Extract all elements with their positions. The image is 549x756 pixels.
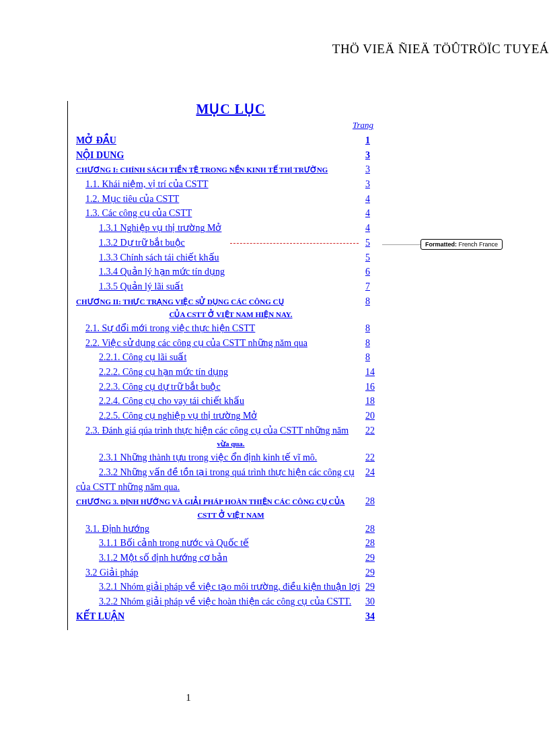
toc-row[interactable]: MỞ ĐẦU1 — [76, 133, 386, 148]
toc-entry-label: 3.1. Định hướng — [85, 522, 361, 537]
toc-entry-page: 30 — [361, 594, 386, 609]
toc-row[interactable]: 1.3.3 Chính sách tái chiết khấu5 — [76, 250, 386, 265]
toc-entry-label: CHƯƠNG 3. ĐỊNH HƯỚNG VÀ GIẢI PHÁP HOÀN T… — [76, 496, 361, 508]
toc-entry-page: 14 — [361, 365, 386, 380]
toc-entry-label: 2.2.2. Công cụ hạn mức tín dụng — [99, 365, 361, 380]
toc-entry-label: MỞ ĐẦU — [76, 133, 361, 148]
toc-entry-label: KẾT LUẬN — [76, 609, 361, 624]
toc-entry-label: NỘI DUNG — [76, 148, 361, 163]
toc-row[interactable]: 3.2.1 Nhóm giải pháp về việc tạo môi trư… — [76, 580, 386, 594]
toc-entry-label: 1.3.3 Chính sách tái chiết khấu — [99, 250, 361, 265]
toc-row[interactable]: NỘI DUNG3 — [76, 148, 386, 163]
toc-entry-page: 28 — [361, 522, 386, 537]
toc-row[interactable]: 2.2. Việc sử dụng các công cụ của CSTT n… — [76, 336, 386, 351]
toc-row[interactable]: 3.1.2 Một số định hướng cơ bản29 — [76, 551, 386, 565]
page-column-label: Trang — [76, 120, 386, 131]
toc-subheading: CỦA CSTT Ở VIỆT NAM HIỆN NAY. — [76, 308, 386, 321]
toc-entry-label: 2.2.4. Công cụ cho vay tái chiết khấu — [99, 394, 361, 409]
balloon-value: French France — [457, 241, 498, 248]
toc-entry-label: 1.3.2 Dự trữ bắt buộc — [99, 236, 227, 250]
toc-entry-page: 8 — [361, 294, 386, 309]
toc-entry-label: 1.3.1 Nghiệp vụ thị trường Mở — [99, 221, 361, 236]
toc-entry-page: 22 — [361, 423, 386, 438]
watermark-header: THÖ VIEÄ ÑIEÄ TÖÛTRÖÏC TUYEÁ — [332, 42, 549, 57]
toc-entry-label: 1.3. Các công cụ của CSTT — [85, 206, 361, 221]
toc-entry-label: 3.1.1 Bối cảnh trong nước và Quốc tế — [99, 536, 361, 551]
toc-entry-page: 16 — [361, 380, 386, 394]
toc-row[interactable]: 2.2.2. Công cụ hạn mức tín dụng14 — [76, 365, 386, 380]
toc-entry-label: 2.2.3. Công cụ dự trữ bắt buộc — [99, 380, 361, 394]
toc-entry-page: 22 — [361, 450, 386, 465]
toc-subheading: CSTT Ở VIỆT NAM — [76, 509, 386, 522]
toc-entry-page: 1 — [361, 133, 386, 148]
toc-entry-label: 3.2.2 Nhóm giải pháp về việc hoàn thiện … — [99, 594, 361, 609]
toc-entry-label: 1.1. Khái niệm, vị trí của CSTT — [85, 177, 361, 192]
toc-entry-label: 2.1. Sự đổi mới trong việc thực hiện CST… — [85, 321, 361, 336]
toc-entry-label: 2.3.2 Những vấn đề tồn tại trong quá trì… — [99, 465, 361, 480]
toc-row[interactable]: 2.3. Đánh giá qúa trình thực hiện các cô… — [76, 423, 386, 438]
toc-entry-page: 29 — [361, 551, 386, 565]
toc-entry-page: 29 — [361, 580, 386, 594]
toc-entry-page: 8 — [361, 321, 386, 336]
toc-entry-page: 28 — [361, 494, 386, 509]
toc-entry-page: 3 — [361, 177, 386, 192]
toc-row[interactable]: CHƯƠNG 3. ĐỊNH HƯỚNG VÀ GIẢI PHÁP HOÀN T… — [76, 494, 386, 509]
toc-entry-page: 8 — [361, 350, 386, 365]
toc-entry-page: 3 — [361, 148, 386, 163]
toc-subheading: vừa qua. — [76, 438, 386, 450]
page-number: 1 — [0, 692, 377, 703]
format-comment-balloon: Formatted: French France — [420, 239, 503, 250]
toc-entry-page: 28 — [361, 536, 386, 551]
toc-row[interactable]: CHƯƠNG II: THỰC TRẠNG VIỆC SỬ DỤNG CÁC C… — [76, 294, 386, 309]
toc-entry-page: 5 — [361, 250, 386, 265]
toc-entry-page: 6 — [361, 265, 386, 279]
toc-container: MỤC LỤC Trang MỞ ĐẦU1NỘI DUNG3CHƯƠNG I: … — [67, 101, 386, 630]
toc-entry-page: 5 — [361, 236, 386, 250]
toc-entry-label: 2.3. Đánh giá qúa trình thực hiện các cô… — [85, 423, 361, 438]
toc-row[interactable]: 3.2 Giải pháp29 — [76, 565, 386, 580]
toc-entry-page: 4 — [361, 206, 386, 221]
toc-row[interactable]: 1.3.1 Nghiệp vụ thị trường Mở4 — [76, 221, 386, 236]
toc-row[interactable]: 1.3.2 Dự trữ bắt buộc5 — [76, 236, 386, 250]
toc-entry-label: 3.2 Giải pháp — [85, 565, 361, 580]
toc-entry-page: 20 — [361, 409, 386, 423]
comment-connector — [382, 244, 421, 246]
toc-entry-label: CHƯƠNG II: THỰC TRẠNG VIỆC SỬ DỤNG CÁC C… — [76, 296, 361, 308]
toc-entry-page: 4 — [361, 221, 386, 236]
toc-entry-page: 3 — [361, 162, 386, 177]
toc-row[interactable]: 1.3.5 Quản lý lãi suất7 — [76, 279, 386, 294]
toc-row[interactable]: 2.3.2 Những vấn đề tồn tại trong quá trì… — [76, 465, 386, 480]
toc-row[interactable]: 1.3.4 Quản lý hạn mức tín dụng6 — [76, 265, 386, 279]
toc-row[interactable]: 2.2.4. Công cụ cho vay tái chiết khấu18 — [76, 394, 386, 409]
toc-row[interactable]: 3.1. Định hướng28 — [76, 522, 386, 537]
toc-entry-label: 2.2. Việc sử dụng các công cụ của CSTT n… — [85, 336, 361, 351]
toc-row[interactable]: 2.2.5. Công cụ nghiệp vụ thị trường Mở20 — [76, 409, 386, 423]
toc-row[interactable]: KẾT LUẬN34 — [76, 609, 386, 624]
toc-row[interactable]: 3.1.1 Bối cảnh trong nước và Quốc tế28 — [76, 536, 386, 551]
toc-row[interactable]: 2.2.3. Công cụ dự trữ bắt buộc16 — [76, 380, 386, 394]
toc-entry-label: 2.3.1 Những thành tựu trong việc ổn định… — [99, 450, 361, 465]
toc-entry-label: 1.3.4 Quản lý hạn mức tín dụng — [99, 265, 361, 279]
toc-entry-page: 34 — [361, 609, 386, 624]
toc-row[interactable]: 3.2.2 Nhóm giải pháp về việc hoàn thiện … — [76, 594, 386, 609]
toc-entry-label: 2.2.1. Công cụ lãi suất — [99, 350, 361, 365]
toc-row[interactable]: CHƯƠNG I: CHÍNH SÁCH TIỀN TỆ TRONG NỀN K… — [76, 162, 386, 177]
toc-row[interactable]: 1.3. Các công cụ của CSTT4 — [76, 206, 386, 221]
toc-row[interactable]: của CSTT những năm qua. — [76, 480, 386, 495]
toc-entry-page: 7 — [361, 279, 386, 294]
toc-entry-label: 2.2.5. Công cụ nghiệp vụ thị trường Mở — [99, 409, 361, 423]
toc-title: MỤC LỤC — [76, 101, 386, 117]
toc-row[interactable]: 1.2. Mục tiêu của CSTT4 — [76, 192, 386, 207]
toc-entry-page: 29 — [361, 565, 386, 580]
toc-row[interactable]: 2.3.1 Những thành tựu trong việc ổn định… — [76, 450, 386, 465]
toc-entry-label: 3.2.1 Nhóm giải pháp về việc tạo môi trư… — [99, 580, 361, 594]
toc-entry-page: 8 — [361, 336, 386, 351]
toc-row[interactable]: 2.2.1. Công cụ lãi suất8 — [76, 350, 386, 365]
toc-entry-label: CHƯƠNG I: CHÍNH SÁCH TIỀN TỆ TRONG NỀN K… — [76, 164, 361, 176]
toc-entry-label: 3.1.2 Một số định hướng cơ bản — [99, 551, 361, 565]
toc-row[interactable]: 2.1. Sự đổi mới trong việc thực hiện CST… — [76, 321, 386, 336]
balloon-label: Formatted: — [425, 241, 457, 248]
toc-entry-label: của CSTT những năm qua. — [76, 480, 361, 495]
toc-row[interactable]: 1.1. Khái niệm, vị trí của CSTT3 — [76, 177, 386, 192]
toc-entry-page: 24 — [361, 465, 386, 480]
